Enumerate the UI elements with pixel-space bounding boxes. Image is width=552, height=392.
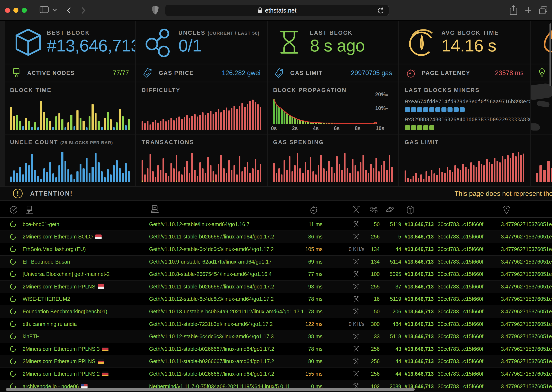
sidebar-toggle-icon[interactable] — [39, 6, 49, 14]
propagation-bar — [320, 123, 322, 124]
chart-bar — [37, 127, 39, 130]
mining-pickaxe-icon — [333, 343, 364, 355]
node-block-hash: 30ccf783...c15f660f — [438, 293, 483, 305]
best-block-value: #13,646,713 — [47, 37, 135, 55]
attention-marquee-text: This page does not represent the — [454, 190, 552, 197]
chart-bar — [43, 112, 45, 130]
chart-bar — [157, 123, 159, 130]
table-row[interactable]: 2Miners.com Ethereum PPLNS 3Geth/v1.10.1… — [0, 343, 552, 355]
chart-bar — [168, 120, 169, 130]
transactions-chart-title: TRANSACTIONS — [142, 139, 194, 146]
propagation-bar — [347, 123, 348, 124]
node-block-hash: 30ccf783...c15f660f — [438, 218, 483, 231]
node-status-icon — [9, 233, 17, 241]
chart-bar — [199, 162, 201, 182]
table-row[interactable]: 2Miners.com Ethereum PPLNSGeth/v1.10.11-… — [0, 355, 552, 368]
node-name: EthSolo.MaxHash.org (EU) — [23, 243, 86, 255]
table-row[interactable]: EF-Bootnode-BusanGeth/v1.10.9-unstable-6… — [0, 256, 552, 268]
propagation-bar — [284, 111, 286, 124]
chart-bar — [95, 153, 97, 182]
new-tab-icon[interactable] — [525, 7, 532, 14]
chart-bar — [92, 104, 93, 130]
chart-bar — [349, 173, 351, 182]
tab-overview-icon[interactable] — [539, 6, 548, 15]
privacy-shield-icon[interactable] — [151, 5, 159, 15]
dashboard: BEST BLOCK #13,646,713 UNCLES (CURRENT /… — [0, 21, 552, 186]
world-map-panel-partial — [531, 82, 552, 134]
propagation-bar — [273, 99, 275, 124]
chart-bar — [142, 121, 143, 130]
chart-bar — [67, 122, 69, 130]
close-window-button[interactable] — [5, 8, 10, 13]
node-pending: 5119 — [383, 293, 401, 305]
table-row[interactable]: [Universa Blockchain] geth-mainnet-2Geth… — [0, 268, 552, 280]
chart-bar — [215, 112, 217, 130]
chart-bar — [34, 122, 36, 130]
chart-bar — [189, 173, 191, 182]
chart-bar — [334, 173, 335, 182]
propagation-bar — [365, 123, 367, 124]
back-icon[interactable] — [66, 6, 72, 15]
chart-bar — [176, 118, 177, 130]
chart-bar — [220, 155, 222, 182]
chart-bar — [113, 127, 115, 130]
chart-bar — [444, 173, 446, 182]
table-row[interactable]: WISE-ETHEREUM2Geth/v1.10.12-stable-6c4dc… — [0, 293, 552, 306]
sidebar-chevron-down-icon[interactable] — [52, 8, 57, 12]
chart-bar — [260, 164, 262, 182]
horizontal-scrollbar[interactable] — [6, 388, 415, 391]
chart-bar — [441, 172, 443, 182]
miner-entry[interactable]: 0x829BD824B016326A401d083B33D092293333A8… — [405, 116, 526, 130]
y-axis-label-10: 10% — [375, 105, 386, 111]
miner-entry[interactable]: 0xea674fdde714fd979de3edf0f56aa9716b898e… — [405, 98, 526, 112]
node-pending: 5 — [383, 231, 401, 243]
table-row[interactable]: 2Miners.com Ethereum PPLNS 2Geth/v1.10.1… — [0, 368, 552, 380]
table-row[interactable]: eth.icanmining.ru aridiaGeth/v1.10.11-st… — [0, 318, 552, 330]
propagation-bar — [352, 123, 354, 124]
chart-bar — [110, 119, 112, 130]
node-block-hash: 30ccf783...c15f660f — [438, 268, 483, 280]
chart-bar — [241, 103, 243, 130]
reload-icon[interactable] — [377, 7, 384, 14]
table-row[interactable]: bce-bnd01-gethGeth/v1.10.12-stable/linux… — [0, 218, 552, 231]
table-row[interactable]: EthSolo.MaxHash.org (EU)Geth/v1.10.12-st… — [0, 243, 552, 256]
chart-bar — [213, 114, 214, 130]
chart-bar — [368, 173, 369, 182]
block-icon — [405, 205, 415, 215]
browser-window: ethstats.net BEST BLOCK #13,646,713 — [0, 0, 552, 392]
propagation-bar — [307, 122, 309, 124]
table-row[interactable]: 2Miners.com Ethereum PPLNSGeth/v1.10.11-… — [0, 280, 552, 293]
zoom-window-button[interactable] — [22, 8, 27, 13]
gas-limit-chart-panel: GAS LIMIT — [399, 134, 530, 186]
url-bar[interactable]: ethstats.net — [165, 5, 389, 16]
propagation-bar — [341, 123, 343, 124]
chart-bar — [515, 156, 517, 182]
country-flag-de — [102, 371, 108, 376]
node-latency: 78 ms — [291, 305, 323, 318]
node-status-icon — [9, 357, 17, 365]
table-row[interactable]: Foundation Benchmarking(bench01)Geth/v1.… — [0, 305, 552, 318]
chart-bar — [168, 176, 169, 182]
chart-bar — [10, 107, 12, 130]
chart-bar — [476, 167, 477, 182]
chart-bar — [49, 121, 51, 130]
node-latency: 86 ms — [291, 231, 323, 243]
table-row[interactable]: kinΞTHGeth/v1.10.12-stable-6c4dc6c3/linu… — [0, 330, 552, 343]
chart-bar — [244, 167, 246, 182]
vertical-scrollbar[interactable] — [550, 23, 551, 86]
chart-bar — [119, 168, 121, 182]
node-last-block: #13,646,713 — [405, 318, 434, 330]
chart-bar — [244, 107, 246, 130]
chart-bar — [318, 165, 319, 182]
share-icon[interactable] — [509, 5, 518, 15]
propagation-bar — [294, 118, 296, 124]
table-row[interactable]: 2Miners.com Ethereum SOLOGeth/v1.10.11-s… — [0, 231, 552, 243]
minimize-window-button[interactable] — [13, 8, 18, 13]
chart-bar — [257, 104, 259, 130]
chart-bar — [326, 171, 327, 182]
forward-icon[interactable] — [81, 6, 86, 15]
chart-bar — [551, 168, 552, 182]
chart-bar — [510, 158, 511, 182]
chart-bar — [147, 121, 149, 130]
chart-bar — [512, 153, 514, 182]
